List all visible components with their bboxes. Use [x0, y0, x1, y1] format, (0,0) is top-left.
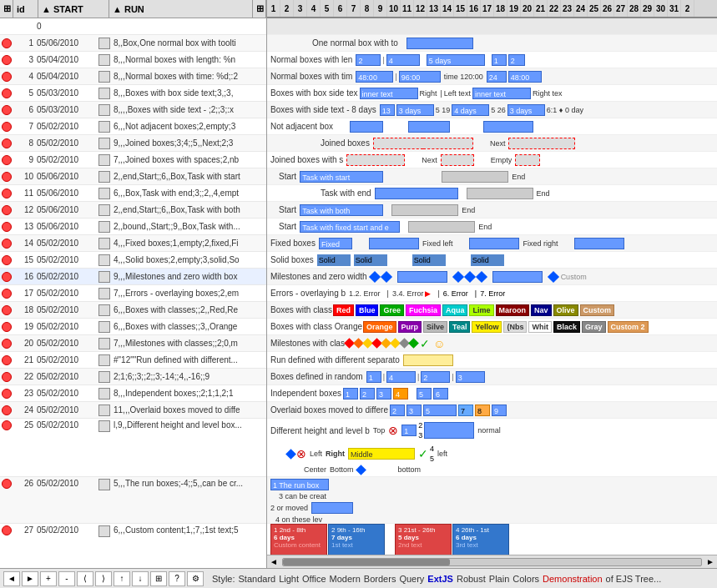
- gantt-box[interactable]: [408, 221, 475, 233]
- gantt-box[interactable]: 2: [390, 405, 405, 416]
- gantt-box[interactable]: [483, 121, 533, 133]
- gantt-box[interactable]: [467, 188, 533, 199]
- style-modern[interactable]: Modern: [330, 574, 361, 584]
- style-extjs[interactable]: ExtJS: [427, 574, 453, 584]
- gantt-box[interactable]: [373, 138, 423, 149]
- table-row[interactable]: 25 05/02/2010 l,9,,Different height and …: [0, 419, 266, 477]
- gantt-box[interactable]: 5: [417, 388, 432, 400]
- table-row[interactable]: 17 05/02/2010 7,,,Errors - overlaying bo…: [0, 285, 266, 302]
- toolbar-btn-down[interactable]: ↓: [132, 571, 149, 586]
- gantt-box[interactable]: [311, 502, 353, 514]
- gantt-box[interactable]: [492, 271, 543, 283]
- gantt-box-green[interactable]: Gree: [380, 304, 404, 316]
- table-row[interactable]: 11 05/06/2010 6,,,Box,Task with end;3;;2…: [0, 185, 266, 202]
- table-row[interactable]: 1 05/06/2010 8,,Box,One normal box with …: [0, 35, 266, 52]
- table-row[interactable]: 19 05/02/2010 6,,,Boxes with classes;;3,…: [0, 319, 266, 335]
- gantt-box[interactable]: [375, 188, 458, 199]
- style-query[interactable]: Query: [399, 574, 424, 584]
- gantt-box[interactable]: [423, 138, 473, 149]
- gantt-box[interactable]: [441, 154, 474, 166]
- table-row[interactable]: 6 05/03/2010 8,,,,Boxes with side text -…: [0, 102, 266, 118]
- table-row[interactable]: 16 05/02/2010 9,,,Milestones and zero wi…: [0, 269, 266, 285]
- gantt-box[interactable]: 48:00: [508, 71, 542, 83]
- gantt-box[interactable]: Task with start: [300, 171, 383, 183]
- custom-box-3[interactable]: 3 21st - 26th 5 days 2nd text: [395, 524, 452, 555]
- gantt-box[interactable]: [469, 238, 519, 249]
- table-row[interactable]: 0: [0, 18, 266, 35]
- gantt-box[interactable]: 4 days: [452, 104, 489, 116]
- gantt-box[interactable]: 1: [366, 371, 381, 383]
- toolbar-btn-right[interactable]: ⟩: [95, 571, 112, 586]
- horizontal-scrollbar[interactable]: ◄ ►: [267, 555, 717, 568]
- style-borders[interactable]: Borders: [364, 574, 396, 584]
- gantt-box[interactable]: 13: [380, 104, 395, 116]
- gantt-box[interactable]: Solid: [317, 254, 351, 266]
- gantt-box-nobs[interactable]: (Nbs: [503, 321, 527, 333]
- gantt-box[interactable]: inner text: [472, 88, 531, 99]
- gantt-box[interactable]: [508, 138, 575, 149]
- style-robust[interactable]: Robust: [457, 574, 486, 584]
- toolbar-btn-zoom-in[interactable]: +: [40, 571, 57, 586]
- sort-icon[interactable]: ⊞: [0, 0, 13, 18]
- gantt-box[interactable]: 4: [393, 388, 408, 400]
- gantt-box[interactable]: [515, 154, 540, 166]
- style-demo[interactable]: Demonstration: [543, 574, 603, 584]
- gantt-box-navy[interactable]: Nav: [531, 304, 552, 316]
- gantt-box-custom[interactable]: Custom: [580, 304, 615, 316]
- gantt-box[interactable]: 4: [386, 371, 416, 383]
- gantt-box[interactable]: [391, 204, 458, 216]
- gantt-box[interactable]: 3 days: [507, 104, 545, 116]
- table-row[interactable]: 18 05/02/2010 6,,,Boxes with classes;;2,…: [0, 302, 266, 319]
- gantt-box[interactable]: 3 days: [396, 104, 434, 116]
- gantt-box[interactable]: [397, 271, 447, 283]
- gantt-box-orange[interactable]: Orange: [363, 321, 396, 333]
- col-expand[interactable]: ⊞: [253, 0, 266, 18]
- gantt-box[interactable]: 96:00: [399, 71, 441, 83]
- gantt-box[interactable]: 2: [360, 388, 375, 400]
- gantt-box[interactable]: 3: [456, 371, 485, 383]
- table-row[interactable]: 14 05/02/2010 4,,,Fixed boxes;1,empty;2,…: [0, 235, 266, 252]
- gantt-box-gray[interactable]: Gray: [582, 321, 606, 333]
- toolbar-btn-help[interactable]: ?: [169, 571, 185, 586]
- table-row[interactable]: 7 05/02/2010 6,,,Not adjacent boxes;2,em…: [0, 118, 266, 135]
- gantt-box[interactable]: 2: [508, 54, 525, 66]
- gantt-box-custom2[interactable]: Custom 2: [608, 321, 649, 333]
- gantt-box[interactable]: Middle: [348, 448, 415, 460]
- style-plain[interactable]: Plain: [489, 574, 509, 584]
- table-row[interactable]: 8 05/02/2010 9,,,Joined boxes;3;4;;5,,Ne…: [0, 135, 266, 152]
- table-row[interactable]: 4 05/04/2010 8,,,Normal boxes with time:…: [0, 68, 266, 85]
- gantt-box[interactable]: [346, 154, 405, 166]
- table-row[interactable]: 13 05/06/2010 2,,bound,,Start;;9,,Box,Ta…: [0, 219, 266, 235]
- col-run[interactable]: ▲ RUN: [109, 0, 253, 18]
- scrollbar-track[interactable]: [282, 558, 702, 566]
- gantt-box[interactable]: 1: [401, 425, 417, 436]
- gantt-box[interactable]: 3: [376, 388, 391, 400]
- gantt-box[interactable]: [350, 121, 383, 133]
- gantt-box-purple[interactable]: Purp: [398, 321, 422, 333]
- gantt-box-olive[interactable]: Olive: [553, 304, 578, 316]
- gantt-box[interactable]: [369, 238, 419, 249]
- table-row[interactable]: 24 05/02/2010 11,,,Overlaid boxes moved …: [0, 402, 266, 419]
- table-row[interactable]: 20 05/02/2010 7,,,Milestones with classe…: [0, 335, 266, 352]
- gantt-box[interactable]: [442, 171, 508, 183]
- gantt-box[interactable]: 6: [433, 388, 448, 400]
- gantt-box[interactable]: Fixed: [319, 238, 352, 249]
- gantt-box-silver[interactable]: Silve: [423, 321, 447, 333]
- gantt-box[interactable]: 8: [475, 405, 490, 416]
- table-row[interactable]: 22 05/02/2010 2;1;6;;3;;2;;3;-14;;4,,-16…: [0, 369, 266, 385]
- table-row[interactable]: 27 05/02/2010 6,,,Custom content;1,;7,;1…: [0, 524, 266, 568]
- toolbar-btn-up[interactable]: ↑: [114, 571, 130, 586]
- toolbar-btn-grid[interactable]: ⊞: [150, 571, 167, 586]
- table-row[interactable]: 12 05/06/2010 2,,end,Start;;6,,Box,Task …: [0, 202, 266, 219]
- style-office[interactable]: Office: [302, 574, 326, 584]
- gantt-box-white[interactable]: Whit: [528, 321, 552, 333]
- table-row[interactable]: 21 05/02/2010 #"12""Run defined with dif…: [0, 352, 266, 369]
- table-row[interactable]: 10 05/06/2010 2,,end,Start;;6,,Box,Task …: [0, 168, 266, 185]
- gantt-box[interactable]: [408, 121, 450, 133]
- gantt-box[interactable]: 24: [487, 71, 507, 83]
- gantt-box-maroon[interactable]: Maroon: [496, 304, 530, 316]
- table-row[interactable]: 26 05/02/2010 5,,,The run boxes;-4;;5,,c…: [0, 477, 266, 524]
- right-content[interactable]: One normal box with to Normal boxes with…: [267, 18, 717, 555]
- gantt-box-blue[interactable]: Blue: [356, 304, 379, 316]
- gantt-box[interactable]: 5 days: [427, 54, 485, 66]
